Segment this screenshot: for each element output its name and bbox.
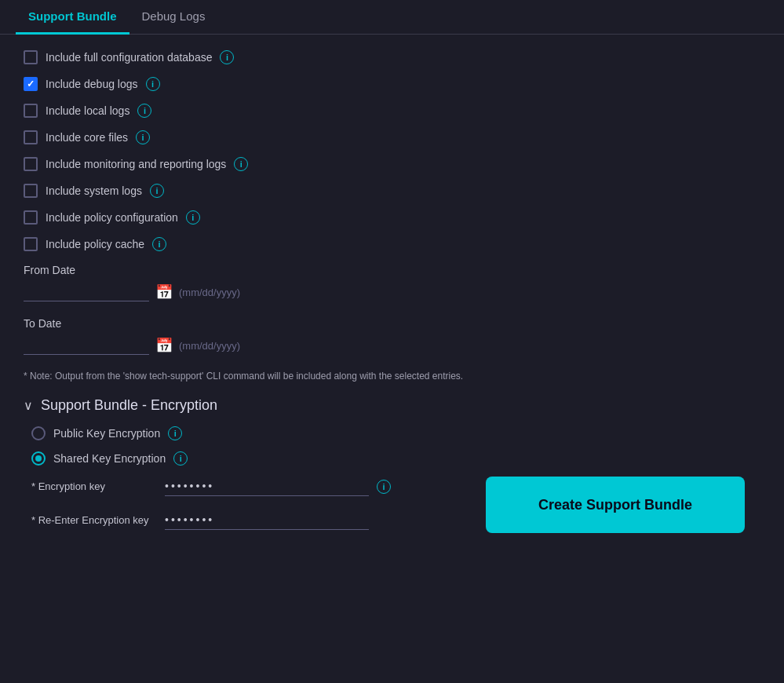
encryption-section-title: Support Bundle - Encryption	[41, 397, 217, 414]
encryption-key-input[interactable]	[165, 477, 369, 496]
bottom-section: * Encryption key i * Re-Enter Encryption…	[24, 477, 760, 544]
checkbox-row-core-files: Include core files i	[24, 130, 760, 144]
checkbox-system-logs[interactable]	[24, 184, 38, 198]
radio-label-shared-key: Shared Key Encryption	[53, 452, 166, 465]
checkbox-label-core-files: Include core files	[46, 131, 128, 144]
tab-support-bundle[interactable]: Support Bundle	[16, 0, 129, 35]
checkbox-local-logs[interactable]	[24, 104, 38, 118]
encryption-section-header: ∨ Support Bundle - Encryption	[24, 397, 760, 414]
to-date-group: To Date 📅 (mm/dd/yyyy)	[24, 317, 760, 355]
info-icon-encryption-key[interactable]: i	[377, 480, 391, 494]
radio-row-shared-key: Shared Key Encryption i	[24, 451, 760, 466]
checkbox-label-debug-logs: Include debug logs	[46, 78, 138, 90]
from-date-label: From Date	[24, 264, 760, 276]
checkbox-debug-logs[interactable]	[24, 77, 38, 91]
info-icon-policy-config[interactable]: i	[186, 210, 200, 225]
calendar-icon-from[interactable]: 📅	[155, 283, 173, 301]
radio-shared-key[interactable]	[31, 451, 46, 466]
info-icon-policy-cache[interactable]: i	[152, 237, 166, 251]
checkbox-label-monitoring-logs: Include monitoring and reporting logs	[46, 158, 226, 170]
to-date-label: To Date	[24, 317, 760, 330]
radio-label-public-key: Public Key Encryption	[53, 427, 160, 440]
checkbox-label-policy-config: Include policy configuration	[46, 211, 178, 224]
from-date-input-row: 📅 (mm/dd/yyyy)	[24, 283, 760, 301]
checkbox-row-policy-config: Include policy configuration i	[24, 210, 760, 225]
checkbox-monitoring-logs[interactable]	[24, 157, 38, 171]
create-support-bundle-button[interactable]: Create Support Bundle	[486, 477, 745, 533]
re-enter-key-input[interactable]	[165, 510, 369, 530]
note-text: * Note: Output from the 'show tech-suppo…	[24, 371, 760, 382]
to-date-input-row: 📅 (mm/dd/yyyy)	[24, 336, 760, 355]
radio-public-key[interactable]	[31, 426, 46, 440]
checkbox-full-config-db[interactable]	[24, 50, 38, 64]
from-date-placeholder: (mm/dd/yyyy)	[179, 287, 240, 298]
info-icon-public-key[interactable]: i	[168, 426, 182, 440]
info-icon-system-logs[interactable]: i	[150, 184, 164, 198]
calendar-icon-to[interactable]: 📅	[155, 337, 173, 354]
info-icon-monitoring-logs[interactable]: i	[234, 157, 248, 171]
tab-debug-logs[interactable]: Debug Logs	[129, 0, 218, 35]
info-icon-shared-key[interactable]: i	[173, 451, 188, 466]
checkbox-row-monitoring-logs: Include monitoring and reporting logs i	[24, 157, 760, 171]
checkbox-label-local-logs: Include local logs	[46, 104, 129, 117]
checkbox-label-policy-cache: Include policy cache	[46, 238, 144, 250]
checkbox-policy-cache[interactable]	[24, 237, 38, 251]
checkbox-row-system-logs: Include system logs i	[24, 184, 760, 198]
checkbox-row-debug-logs: Include debug logs i	[24, 77, 760, 91]
checkbox-label-system-logs: Include system logs	[46, 184, 142, 197]
checkbox-policy-config[interactable]	[24, 210, 38, 225]
checkbox-row-full-config-db: Include full configuration database i	[24, 50, 760, 64]
re-enter-key-label: * Re-Enter Encryption key	[31, 514, 157, 526]
checkboxes-group: Include full configuration database i In…	[24, 50, 760, 251]
checkbox-row-policy-cache: Include policy cache i	[24, 237, 760, 251]
to-date-placeholder: (mm/dd/yyyy)	[179, 340, 240, 352]
info-icon-local-logs[interactable]: i	[137, 104, 151, 118]
page-container: Support Bundle Debug Logs Include full c…	[0, 0, 784, 683]
tabs-bar: Support Bundle Debug Logs	[0, 0, 784, 35]
to-date-input[interactable]	[24, 336, 149, 355]
checkbox-core-files[interactable]	[24, 130, 38, 144]
chevron-down-icon[interactable]: ∨	[24, 398, 33, 413]
content-area: Include full configuration database i In…	[0, 35, 784, 560]
from-date-input[interactable]	[24, 283, 149, 301]
info-icon-full-config-db[interactable]: i	[220, 50, 234, 64]
info-icon-debug-logs[interactable]: i	[146, 77, 160, 91]
encryption-key-label: * Encryption key	[31, 480, 157, 492]
checkbox-label-full-config-db: Include full configuration database	[46, 51, 212, 64]
checkbox-row-local-logs: Include local logs i	[24, 104, 760, 118]
radio-row-public-key: Public Key Encryption i	[24, 426, 760, 440]
from-date-group: From Date 📅 (mm/dd/yyyy)	[24, 264, 760, 301]
info-icon-core-files[interactable]: i	[136, 130, 150, 144]
